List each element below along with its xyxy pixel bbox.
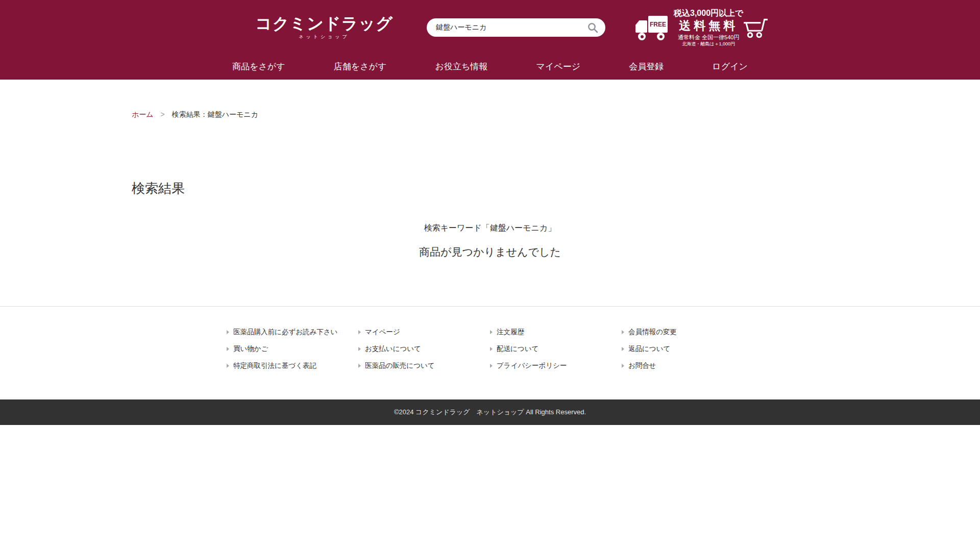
link-arrow-icon <box>490 330 493 334</box>
page-title: 検索結果 <box>132 180 848 197</box>
logo-subtitle: ネットショップ <box>255 34 393 40</box>
footer-link-returns[interactable]: 返品について <box>622 344 753 354</box>
link-arrow-icon <box>490 347 493 351</box>
breadcrumb-separator: > <box>161 110 165 118</box>
footer-link-before-purchase[interactable]: 医薬品購入前に必ずお読み下さい <box>227 327 358 337</box>
cart-icon <box>743 17 769 38</box>
link-arrow-icon <box>622 364 624 368</box>
footer-column-2: マイページ お支払いについて 医薬品の販売について <box>358 327 490 378</box>
footer-link-mypage[interactable]: マイページ <box>358 327 490 337</box>
free-badge: FREE <box>648 16 668 33</box>
breadcrumb: ホーム > 検索結果：鍵盤ハーモニカ <box>132 110 848 119</box>
shipping-text: 税込3,000円以上で 送料無料 通常料金 全国一律540円 北海道・離島は＋1… <box>674 9 743 47</box>
logo-title: コクミンドラッグ <box>255 15 393 32</box>
footer-column-1: 医薬品購入前に必ずお読み下さい 買い物かご 特定商取引法に基づく表記 <box>227 327 358 378</box>
link-arrow-icon <box>227 364 229 368</box>
footer-column-3: 注文履歴 配送について プライバシーポリシー <box>490 327 622 378</box>
footer-link-member-info[interactable]: 会員情報の変更 <box>622 327 753 337</box>
nav-item-find-stores[interactable]: 店舗をさがす <box>334 61 387 72</box>
link-arrow-icon <box>622 347 624 351</box>
link-arrow-icon <box>622 330 624 334</box>
footer-link-order-history[interactable]: 注文履歴 <box>490 327 622 337</box>
footer-link-contact[interactable]: お問合せ <box>622 361 753 371</box>
search-keyword-text: 検索キーワード「鍵盤ハーモニカ」 <box>132 223 848 234</box>
search-input[interactable] <box>427 23 587 32</box>
link-arrow-icon <box>358 330 361 334</box>
footer-link-payment[interactable]: お支払いについて <box>358 344 490 354</box>
footer-link-privacy-policy[interactable]: プライバシーポリシー <box>490 361 622 371</box>
nav-item-find-products[interactable]: 商品をさがす <box>232 61 285 72</box>
cart-button[interactable] <box>743 17 769 38</box>
shipping-remote-fee: 北海道・離島は＋1,000円 <box>674 41 743 46</box>
search-icon <box>587 22 598 33</box>
shipping-normal-fee: 通常料金 全国一律540円 <box>674 34 743 41</box>
site-logo[interactable]: コクミンドラッグ ネットショップ <box>255 15 393 40</box>
footer-link-columns: 医薬品購入前に必ずお読み下さい 買い物かご 特定商取引法に基づく表記 マイページ… <box>227 327 753 378</box>
main-nav: 商品をさがす 店舗をさがす お役立ち情報 マイページ 会員登録 ログイン <box>232 55 748 78</box>
footer-link-shopping-cart[interactable]: 買い物かご <box>227 344 358 354</box>
copyright-bar: ©2024 コクミンドラッグ ネットショップ All Rights Reserv… <box>0 399 980 425</box>
footer-link-delivery[interactable]: 配送について <box>490 344 622 354</box>
breadcrumb-current: 検索結果：鍵盤ハーモニカ <box>172 110 258 118</box>
link-arrow-icon <box>490 364 493 368</box>
link-arrow-icon <box>358 364 361 368</box>
footer: 医薬品購入前に必ずお読み下さい 買い物かご 特定商取引法に基づく表記 マイページ… <box>0 306 980 399</box>
search-box <box>427 18 605 37</box>
nav-item-useful-info[interactable]: お役立ち情報 <box>435 61 488 72</box>
copyright-text: ©2024 コクミンドラッグ ネットショップ All Rights Reserv… <box>394 408 586 417</box>
search-button[interactable] <box>587 22 605 33</box>
shipping-free-text: 送料無料 <box>674 19 743 32</box>
link-arrow-icon <box>227 330 229 334</box>
header-top: コクミンドラッグ ネットショップ FREE <box>0 0 980 55</box>
nav-item-mypage[interactable]: マイページ <box>536 61 580 72</box>
footer-link-medicine-sales[interactable]: 医薬品の販売について <box>358 361 490 371</box>
search-result-message: 検索キーワード「鍵盤ハーモニカ」 商品が見つかりませんでした <box>132 223 848 259</box>
no-results-message: 商品が見つかりませんでした <box>132 245 848 259</box>
nav-item-login[interactable]: ログイン <box>712 61 748 72</box>
breadcrumb-home-link[interactable]: ホーム <box>132 110 154 118</box>
free-truck-icon: FREE <box>634 13 669 42</box>
footer-column-4: 会員情報の変更 返品について お問合せ <box>622 327 753 378</box>
free-shipping-banner: FREE 税込3,000円以上で 送料無料 通常料金 全国一律540円 北海道・… <box>634 9 743 47</box>
link-arrow-icon <box>227 347 229 351</box>
footer-link-commercial-law[interactable]: 特定商取引法に基づく表記 <box>227 361 358 371</box>
shipping-condition: 税込3,000円以上で <box>674 9 743 18</box>
main-content: 検索結果 検索キーワード「鍵盤ハーモニカ」 商品が見つかりませんでした <box>132 180 848 259</box>
nav-item-register[interactable]: 会員登録 <box>629 61 664 72</box>
site-header: コクミンドラッグ ネットショップ FREE <box>0 0 980 80</box>
link-arrow-icon <box>358 347 361 351</box>
